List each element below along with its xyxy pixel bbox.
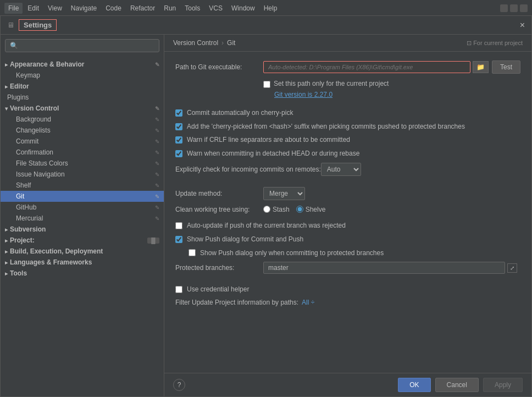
sidebar-item-label: GitHub bbox=[16, 203, 153, 211]
sidebar-item-file-status-colors[interactable]: File Status Colors ✎ bbox=[1, 158, 164, 169]
warn-detached-checkbox[interactable] bbox=[175, 150, 182, 157]
menu-window[interactable]: Window bbox=[228, 3, 259, 14]
menu-code[interactable]: Code bbox=[102, 3, 125, 14]
settings-close-button[interactable]: × bbox=[520, 21, 525, 30]
filter-update-label: Filter Update Project information by pat… bbox=[175, 299, 298, 306]
sidebar-item-github[interactable]: GitHub ✎ bbox=[1, 202, 164, 213]
sidebar-item-git[interactable]: Git ✎ bbox=[1, 191, 164, 202]
auto-update-label: Auto-update if push of the current branc… bbox=[187, 221, 346, 230]
set-path-checkbox[interactable] bbox=[263, 81, 270, 88]
show-push-dialog-checkbox[interactable] bbox=[175, 236, 182, 243]
sidebar-item-plugins[interactable]: Plugins bbox=[1, 92, 164, 103]
git-version-link[interactable]: Git version is 2.27.0 bbox=[274, 91, 332, 98]
sidebar-item-commit[interactable]: Commit ✎ bbox=[1, 136, 164, 147]
filter-update-value[interactable]: All ÷ bbox=[302, 299, 314, 306]
sidebar-item-changelists[interactable]: Changelists ✎ bbox=[1, 125, 164, 136]
sidebar-item-label: Version Control bbox=[10, 104, 153, 112]
sidebar-item-confirmation[interactable]: Confirmation ✎ bbox=[1, 147, 164, 158]
clean-working-tree-radios: Stash Shelve bbox=[263, 206, 325, 213]
warn-crlf-checkbox[interactable] bbox=[175, 136, 182, 144]
incoming-commits-label: Explicitly check for incoming commits on… bbox=[175, 166, 321, 173]
sidebar-item-tools[interactable]: ▸ Tools bbox=[1, 268, 164, 279]
sidebar-item-vcs[interactable]: ▾ Version Control ✎ bbox=[1, 103, 164, 114]
cherry-pick-suffix-checkbox[interactable] bbox=[175, 123, 182, 130]
search-input[interactable] bbox=[5, 39, 159, 52]
menu-help[interactable]: Help bbox=[260, 3, 281, 14]
sidebar-item-subversion[interactable]: ▸ Subversion bbox=[1, 224, 164, 235]
cherry-pick-suffix-row: Add the 'cherry-picked from <hash>' suff… bbox=[175, 122, 520, 131]
maximize-button[interactable] bbox=[510, 4, 518, 12]
warn-detached-label: Warn when committing in detached HEAD or… bbox=[187, 149, 359, 158]
menu-vcs[interactable]: VCS bbox=[205, 3, 226, 14]
sidebar-item-issue-navigation[interactable]: Issue Navigation ✎ bbox=[1, 169, 164, 180]
stash-radio[interactable] bbox=[263, 206, 270, 213]
use-credential-row: Use credential helper bbox=[175, 285, 520, 294]
help-button[interactable]: ? bbox=[173, 379, 185, 391]
menu-file[interactable]: File bbox=[4, 3, 23, 14]
show-push-dialog-label: Show Push dialog for Commit and Push bbox=[187, 235, 303, 244]
protected-branches-input[interactable] bbox=[263, 262, 505, 274]
menu-run[interactable]: Run bbox=[160, 3, 180, 14]
show-push-protected-row: Show Push dialog only when committing to… bbox=[175, 249, 520, 258]
test-button[interactable]: Test bbox=[492, 60, 520, 74]
sidebar-item-languages[interactable]: ▸ Languages & Frameworks bbox=[1, 257, 164, 268]
edit-icon: ✎ bbox=[155, 216, 159, 222]
set-path-block: Set this path only for the current proje… bbox=[175, 79, 520, 98]
sidebar-item-project[interactable]: ▸ Project: ▐▌ bbox=[1, 235, 164, 246]
sidebar-item-shelf[interactable]: Shelf ✎ bbox=[1, 180, 164, 191]
sidebar-item-label: Changelists bbox=[16, 126, 153, 134]
cherry-pick-checkbox[interactable] bbox=[175, 109, 182, 117]
sidebar-item-label: Appearance & Behavior bbox=[10, 60, 153, 68]
git-path-input[interactable] bbox=[263, 61, 470, 73]
sidebar-item-keymap[interactable]: Keymap bbox=[1, 70, 164, 81]
close-button[interactable] bbox=[520, 4, 528, 12]
use-credential-label: Use credential helper bbox=[187, 285, 249, 294]
sidebar-item-mercurial[interactable]: Mercurial ✎ bbox=[1, 213, 164, 224]
menu-view[interactable]: View bbox=[44, 3, 66, 14]
sidebar-item-build[interactable]: ▸ Build, Execution, Deployment bbox=[1, 246, 164, 257]
use-credential-checkbox[interactable] bbox=[175, 286, 182, 293]
sidebar-item-appearance[interactable]: ▸ Appearance & Behavior ✎ bbox=[1, 59, 164, 70]
shelve-radio-row[interactable]: Shelve bbox=[296, 206, 326, 213]
cherry-pick-suffix-label: Add the 'cherry-picked from <hash>' suff… bbox=[187, 122, 465, 131]
bottom-actions: OK Cancel Apply bbox=[398, 378, 523, 392]
sidebar-item-background[interactable]: Background ✎ bbox=[1, 114, 164, 125]
breadcrumb-sep: › bbox=[221, 39, 224, 47]
browse-button[interactable]: 📁 bbox=[473, 61, 489, 73]
incoming-commits-select[interactable]: Auto Always Never bbox=[321, 163, 361, 176]
arrow-icon: ▸ bbox=[5, 84, 8, 90]
edit-icon: ✎ bbox=[155, 139, 159, 145]
edit-icon: ✎ bbox=[155, 183, 159, 189]
edit-icon: ✎ bbox=[155, 161, 159, 167]
set-path-row[interactable]: Set this path only for the current proje… bbox=[263, 79, 520, 89]
protected-branches-label: Protected branches: bbox=[175, 264, 263, 272]
stash-label: Stash bbox=[273, 206, 290, 213]
menu-navigate[interactable]: Navigate bbox=[67, 3, 101, 14]
update-method-select[interactable]: Merge Rebase bbox=[263, 187, 305, 200]
minimize-button[interactable] bbox=[500, 4, 508, 12]
ok-button[interactable]: OK bbox=[398, 378, 430, 392]
settings-title-bar: 🖥 Settings × bbox=[1, 16, 531, 35]
menu-edit[interactable]: Edit bbox=[24, 3, 43, 14]
sidebar-item-editor[interactable]: ▸ Editor bbox=[1, 81, 164, 92]
menu-bar: File Edit View Navigate Code Refactor Ru… bbox=[4, 3, 281, 14]
show-push-protected-checkbox[interactable] bbox=[189, 249, 196, 256]
show-push-protected-label: Show Push dialog only when committing to… bbox=[200, 249, 384, 258]
sidebar-item-label: Tools bbox=[10, 269, 159, 277]
stash-radio-row[interactable]: Stash bbox=[263, 206, 290, 213]
sidebar-item-label: Subversion bbox=[10, 225, 159, 233]
cancel-button[interactable]: Cancel bbox=[435, 378, 479, 392]
arrow-icon: ▸ bbox=[5, 260, 8, 266]
auto-update-checkbox[interactable] bbox=[175, 222, 182, 229]
expand-button[interactable]: ⤢ bbox=[507, 263, 517, 273]
auto-update-row: Auto-update if push of the current branc… bbox=[175, 221, 520, 230]
update-method-row: Update method: Merge Rebase bbox=[175, 187, 520, 200]
protected-branches-row: Protected branches: ⤢ bbox=[175, 262, 520, 274]
menu-tools[interactable]: Tools bbox=[181, 3, 204, 14]
shelve-radio[interactable] bbox=[296, 206, 303, 213]
edit-icon: ✎ bbox=[155, 117, 159, 123]
apply-button[interactable]: Apply bbox=[483, 378, 523, 392]
sidebar-item-label: File Status Colors bbox=[16, 159, 153, 167]
menu-refactor[interactable]: Refactor bbox=[126, 3, 159, 14]
settings-body: ▸ Appearance & Behavior ✎ Keymap ▸ Edito… bbox=[1, 35, 531, 396]
